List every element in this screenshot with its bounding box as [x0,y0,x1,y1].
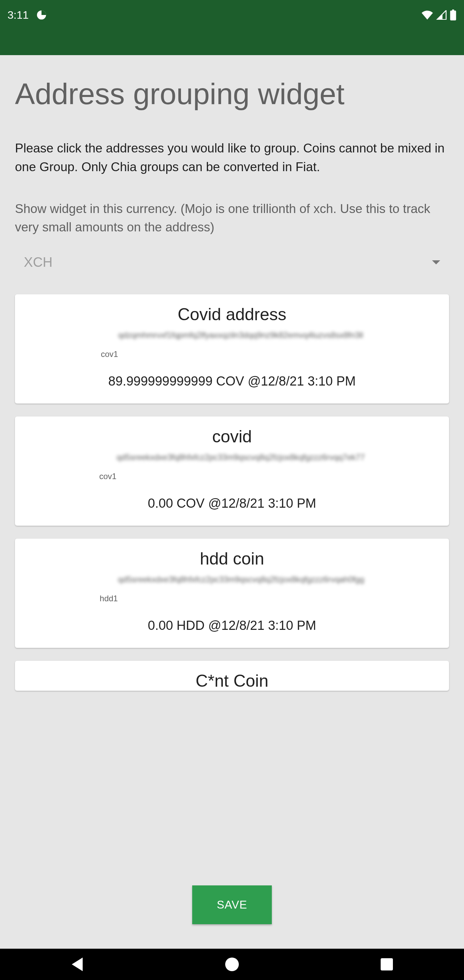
nav-recent-button[interactable] [377,954,397,975]
save-button[interactable]: SAVE [192,885,272,924]
recent-icon [381,958,393,970]
address-card-list: Covid address cov1qdzqmhmrvxf1fqpmfq2lfy… [15,294,449,691]
svg-rect-1 [450,11,456,21]
currency-selected-value: XCH [24,255,52,270]
page-title: Address grouping widget [15,78,449,110]
address-card-title: Covid address [22,305,442,324]
battery-icon [450,10,456,21]
wifi-icon [421,10,434,20]
app-bar-spacer [0,30,464,55]
currency-hint: Show widget in this currency. (Mojo is o… [15,200,449,237]
status-time: 3:11 [8,9,29,21]
address-card-title: hdd coin [22,549,442,569]
address-balance: 0.00 HDD @12/8/21 3:10 PM [22,618,442,633]
address-card[interactable]: covid cov1qd5sreekxdxe3fq8hfxfcz2pc33m9q… [15,417,449,526]
address-card[interactable]: hdd coin hdd1qd5sreekxdxe3fq8hfxfcz2pc33… [15,539,449,648]
address-hash: qdzqmhmrvxf1fqpmfq2lfyaxxqziln3dqq9nz9k8… [118,331,363,340]
app-icon [36,10,47,21]
address-prefix: hdd1 [100,594,118,603]
app-body: Address grouping widget Please click the… [0,55,464,949]
address-hash: qd5sreekxdxe3fq8hfxfcz2pc33m9qscvq8q2fzj… [116,453,365,462]
address-card[interactable]: Covid address cov1qdzqmhmrvxf1fqpmfq2lfy… [15,294,449,404]
svg-rect-2 [452,10,454,11]
android-nav-bar [0,949,464,980]
nav-home-button[interactable] [222,954,242,975]
home-icon [225,958,239,971]
nav-back-button[interactable] [67,954,87,975]
address-balance: 89.999999999999 COV @12/8/21 3:10 PM [22,374,442,388]
address-balance: 0.00 COV @12/8/21 3:10 PM [22,496,442,511]
save-button-row: SAVE [0,885,464,924]
back-icon [72,958,83,971]
address-hash: qd5sreekxdxe3fq8hfxfcz2pc33m9qscvq8q2fzj… [118,575,364,584]
address-card-title: C*nt Coin [22,671,442,691]
address-prefix: cov1 [99,472,117,481]
signal-icon [436,10,447,20]
address-card[interactable]: C*nt Coin [15,661,449,691]
instruction-text: Please click the addresses you would lik… [15,139,449,177]
chevron-down-icon [432,260,440,264]
address-card-title: covid [22,427,442,447]
address-prefix: cov1 [101,350,118,359]
status-bar: 3:11 [0,0,464,30]
currency-select[interactable]: XCH [15,255,449,270]
